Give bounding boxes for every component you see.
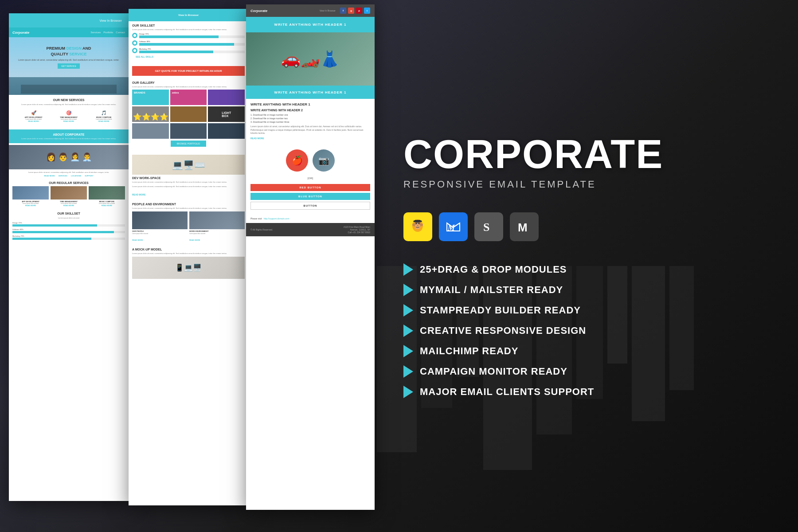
p1-reg-music-readmore[interactable]: READ MORE <box>89 204 125 207</box>
arrow-icon-6 <box>403 365 413 378</box>
p3-list-1: 1. Download file or image number one <box>250 113 370 116</box>
right-panel: CORPORATE RESPONSIVE EMAIL TEMPLATE <box>386 0 798 532</box>
p1-design-highlight: DESIGN <box>66 46 82 51</box>
p3-social-gp[interactable]: g <box>348 8 354 14</box>
p3-link-text: Please visit <box>250 217 262 220</box>
p2-sw-track <box>139 43 245 46</box>
svg-point-5 <box>419 223 420 224</box>
p1-services-title: OUR NEW SERVICES <box>12 98 125 102</box>
p2-people-readmore[interactable]: READ MORE <box>132 239 143 241</box>
p2-sw-row: Software 90% <box>132 40 245 46</box>
p3-hero-banner: WRITE ANYTHING WITH HEADER 1 <box>246 17 375 32</box>
p1-skill-mkt-label: Marketing 70% <box>12 235 125 237</box>
feature-email-clients-text: MAJOR EMAIL CLIENTS SUPPORT <box>420 386 594 398</box>
p3-social-fb[interactable]: f <box>340 8 346 14</box>
p2-design-label: Design 75% <box>139 33 245 35</box>
preview-panel-2: View In Browser OUR SKILLSET Lorem ipsum… <box>129 9 248 505</box>
p2-gallery-7 <box>132 123 169 139</box>
email-clients: M S M <box>403 212 771 241</box>
p3-social-pi[interactable]: p <box>356 8 362 14</box>
p2-see-all[interactable]: SEE ALL SKILLS <box>132 55 245 61</box>
subtitle: RESPONSIVE EMAIL TEMPLATE <box>403 179 771 190</box>
p1-about-img: 👩👨👩‍💼👨‍💼 <box>9 145 129 169</box>
p3-outline-button[interactable]: BUTTON <box>250 202 370 210</box>
p1-music-read-more[interactable]: READ MORE <box>86 120 121 122</box>
p3-blue-button[interactable]: BLUE BUTTON <box>250 193 370 200</box>
p1-nav-link-services[interactable]: Services <box>90 31 101 34</box>
p1-skill-sw: Software 90% <box>12 228 125 233</box>
p2-people-grid: OUR PEOPLE Lorem ipsum dolor sit amet RE… <box>132 211 245 243</box>
p3-view-browser: View In Browser <box>320 9 336 12</box>
p2-skill-title: OUR SKILLSET <box>132 24 245 27</box>
main-container: View In Browser Corporate Services Portf… <box>0 0 798 532</box>
feature-campaign-text: CAMPAIGN MONITOR READY <box>420 366 567 377</box>
p2-gallery-text: Lorem ipsum dolor sit amet, consectetur … <box>132 86 245 88</box>
p2-workspace-readmore[interactable]: READ MORE <box>132 193 146 196</box>
p1-reg-time-readmore[interactable]: READ MORE <box>51 204 87 207</box>
previews-area: View In Browser Corporate Services Portf… <box>0 0 386 532</box>
p3-circle-apple: 🍎 <box>286 149 308 172</box>
feature-campaign: CAMPAIGN MONITOR READY <box>403 365 771 378</box>
p3-h2: WRITE ANYTHING WITH HEADER 2 <box>250 109 370 112</box>
gmail-icon: M <box>439 212 468 241</box>
p1-about-links: Lorem ipsum dolor sit amet, consectetur … <box>9 169 129 179</box>
p1-reg-time: TIME MANAGEMENT Lorem ipsum dolor sit am… <box>51 186 87 207</box>
p2-gallery-2: zebra <box>170 90 207 105</box>
svg-text:M: M <box>518 221 528 234</box>
p3-red-button[interactable]: RED BUTTON <box>250 184 370 191</box>
arrow-icon-1 <box>403 263 413 276</box>
p1-get-service-btn[interactable]: GET SERVICE <box>58 63 79 69</box>
p2-mkt-skill: Marketing 70% <box>132 48 245 53</box>
feature-mymail: MYMAIL / MAILSTER READY <box>403 284 771 296</box>
p2-gallery-6: LIGHTBOX <box>208 106 245 122</box>
p1-time-read-more[interactable]: READ MORE <box>51 120 86 122</box>
p2-quote-title: GET QUOTE FOR YOUR PROJECT WITHIN AN HOU… <box>136 70 241 72</box>
p1-skill-mkt-fill <box>12 238 91 240</box>
arrow-icon-5 <box>403 345 413 357</box>
p1-about-text: Lorem ipsum dolor sit amet, consectetur … <box>12 137 125 140</box>
p3-main-img: 🚗🏎️👗 <box>246 32 375 86</box>
svg-text:S: S <box>483 221 489 234</box>
p1-music-icon: 🎵 <box>86 110 121 115</box>
p2-mockup-title: A MOCK-UP MODEL <box>132 248 245 251</box>
p2-mockup-img: 📱💻🖥️ <box>132 257 245 279</box>
p3-btn-row: RED BUTTON BLUE BUTTON BUTTON <box>246 184 375 210</box>
p2-gallery-3 <box>208 90 245 105</box>
p1-app-read-more[interactable]: READ MORE <box>16 120 51 122</box>
p2-work-readmore[interactable]: READ MORE <box>189 239 200 241</box>
p3-circle-photo: 📷 <box>313 149 335 172</box>
p2-gallery-title: OUR GALLERY <box>132 81 245 84</box>
p1-service-time: 🎯 TIME MANAGEMENT Lorem ipsum dolor sit … <box>51 110 86 122</box>
p2-mkt-dot <box>132 48 137 53</box>
p1-skillset: OUR SKILLSET Lorem ipsum dolor sit amet … <box>9 209 129 245</box>
p3-social-tw[interactable]: t <box>364 8 370 14</box>
p2-people-text: Lorem ipsum dolor sit amet, consectetur … <box>132 207 245 210</box>
p2-design-fill <box>139 35 219 38</box>
preview-panel-1: View In Browser Corporate Services Portf… <box>9 13 129 501</box>
p3-link-section: Please visit http://support.domain.com <box>246 211 375 223</box>
p3-link-url[interactable]: http://support.domain.com <box>264 217 289 220</box>
p2-mkt-row: Marketing 70% <box>132 48 245 53</box>
p2-gallery: OUR GALLERY Lorem ipsum dolor sit amet, … <box>129 78 248 153</box>
p2-gallery-1: BRANDS <box>132 90 169 105</box>
feature-mailchimp-text: MAILCHIMP READY <box>420 345 518 357</box>
p2-sw-fill <box>139 43 234 46</box>
p2-browse-btn[interactable]: BROWSE PORTFOLIO <box>171 141 206 147</box>
p1-nav-link-portfolio[interactable]: Portfolio <box>103 31 113 34</box>
p2-sw-skill: Software 90% <box>132 40 245 46</box>
main-title: CORPORATE <box>403 134 771 174</box>
p1-nav-link-contact[interactable]: Contact <box>116 31 125 34</box>
p1-reg-app-readmore[interactable]: READ MORE <box>12 204 49 207</box>
p2-mkt-fill <box>139 51 213 53</box>
p1-reg-app-img <box>12 186 49 200</box>
p1-skill-design-track <box>12 224 125 227</box>
p3-header2-text: WRITE ANYTHING WITH HEADER 1 <box>274 90 347 94</box>
arrow-icon-2 <box>403 284 413 296</box>
p2-workspace-text2: Lorem ipsum dolor sit amet, consectetur … <box>132 185 245 188</box>
feature-responsive: CREATIVE RESPONSIVE DESIGN <box>403 325 771 337</box>
p3-read-more[interactable]: READ MORE <box>250 137 370 140</box>
p2-sw-dot <box>132 40 137 46</box>
p1-skill-title: OUR SKILLSET <box>12 212 125 215</box>
p2-design-dot <box>132 33 137 38</box>
p2-gallery-4: ⭐⭐⭐⭐ <box>132 106 169 122</box>
